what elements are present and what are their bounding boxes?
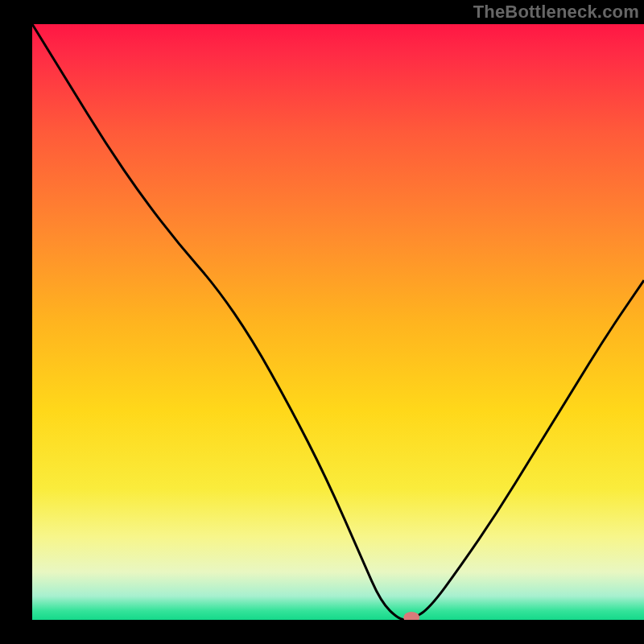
watermark-text: TheBottleneck.com [473,2,639,23]
gradient-background [32,24,644,620]
plot-svg [32,24,644,620]
plot-area [32,24,644,620]
chart-frame: TheBottleneck.com [0,0,644,644]
